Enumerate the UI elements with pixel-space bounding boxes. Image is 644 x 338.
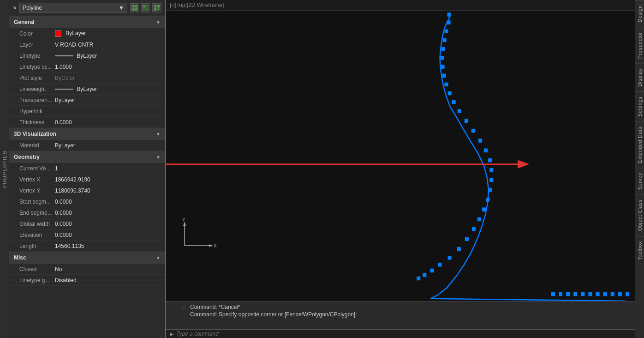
svg-rect-34: [488, 188, 492, 192]
prop-global-width: Global width 0.0000: [9, 218, 165, 229]
svg-rect-51: [588, 292, 592, 296]
svg-rect-31: [488, 158, 492, 163]
cmd-prompt-icon: ▶: [170, 331, 173, 337]
object-type-dropdown[interactable]: Polyline ▼: [19, 3, 127, 13]
cad-drawing: [166, 11, 635, 301]
svg-rect-38: [472, 227, 476, 231]
svg-rect-48: [611, 292, 614, 296]
toggle-icon[interactable]: [130, 3, 139, 12]
visualization-properties: Material ByLayer: [9, 140, 165, 151]
section-geometry[interactable]: Geometry ▼: [9, 151, 165, 163]
svg-rect-44: [423, 273, 426, 277]
svg-rect-32: [489, 168, 493, 172]
svg-rect-43: [430, 269, 434, 273]
svg-rect-30: [484, 149, 488, 153]
chevron-down-icon: ▼: [119, 5, 124, 11]
svg-rect-33: [489, 178, 493, 182]
svg-rect-55: [559, 292, 562, 296]
svg-rect-45: [417, 277, 420, 281]
svg-rect-50: [596, 292, 600, 296]
command-input[interactable]: [176, 331, 631, 337]
svg-rect-23: [445, 83, 448, 87]
properties-vertical-label: PROPERTIES: [0, 0, 9, 338]
tab-extended-data[interactable]: Extended Data: [635, 121, 644, 168]
toolbar-icons: [130, 3, 161, 12]
chevron-icon: ▼: [156, 20, 161, 25]
svg-rect-27: [465, 119, 468, 123]
tab-survey[interactable]: Survey: [635, 168, 644, 194]
refresh-icon[interactable]: [152, 3, 161, 12]
close-icon[interactable]: ×: [13, 4, 17, 12]
prop-closed: Closed No: [9, 264, 165, 275]
svg-rect-25: [452, 100, 456, 104]
svg-rect-22: [442, 73, 446, 78]
svg-rect-28: [471, 129, 475, 133]
svg-rect-54: [566, 292, 570, 296]
tab-design[interactable]: Design: [635, 0, 644, 27]
svg-rect-26: [458, 109, 461, 113]
svg-rect-49: [603, 292, 607, 296]
color-swatch: [55, 30, 61, 37]
svg-rect-0: [132, 5, 134, 7]
prop-lineweight: Lineweight ByLayer: [9, 84, 165, 95]
prop-elevation: Elevation 0.0000: [9, 229, 165, 241]
svg-rect-46: [626, 292, 629, 296]
svg-rect-47: [618, 292, 622, 296]
svg-rect-42: [438, 263, 441, 267]
section-3d-visualization[interactable]: 3D Visualization ▼: [9, 128, 165, 140]
prop-material: Material ByLayer: [9, 140, 165, 151]
cursor-icon[interactable]: [141, 3, 150, 12]
chevron-icon: ▼: [156, 132, 161, 137]
tab-display[interactable]: Display: [635, 63, 644, 91]
panel-scroll-area[interactable]: General ▼ Color ByLayer Layer V-ROAD-CNT…: [9, 16, 165, 338]
prop-linetype-scale: Linetype sc... 1.0000: [9, 61, 165, 72]
section-misc[interactable]: Misc ▼: [9, 252, 165, 264]
command-line-1: ::: Command: *Cancel*: [180, 303, 631, 311]
right-tabs-panel: Design Prospector Display Settings Exten…: [635, 0, 644, 338]
prop-layer: Layer V-ROAD-CNTR: [9, 39, 165, 50]
chevron-icon: ▼: [156, 255, 161, 260]
tab-toolbox[interactable]: Toolbox: [635, 236, 644, 265]
geometry-properties: Current Ve... 1 Vertex X 1866942.9190 Ve…: [9, 163, 165, 252]
line-dash-icon: [55, 55, 73, 56]
command-output: ::: Command: *Cancel* Command: Specify o…: [166, 302, 635, 329]
svg-rect-35: [486, 198, 489, 202]
chevron-icon: ▼: [156, 155, 161, 160]
cmd-dots-icon: :::: [182, 304, 186, 310]
svg-rect-15: [447, 12, 451, 17]
svg-rect-19: [441, 47, 445, 51]
command-input-area: ▶: [166, 329, 635, 338]
prop-length: Length 14560.1135: [9, 241, 165, 252]
tab-settings[interactable]: Settings: [635, 91, 644, 121]
svg-rect-37: [477, 217, 481, 222]
svg-rect-39: [465, 237, 469, 241]
prop-start-seg: Start segm... 0.0000: [9, 196, 165, 207]
svg-rect-9: [157, 5, 160, 7]
prop-transparency: Transparen... ByLayer: [9, 95, 165, 106]
section-general[interactable]: General ▼: [9, 16, 165, 28]
prop-vertex-y: Vertex Y 1180090.3740: [9, 185, 165, 196]
svg-rect-16: [447, 20, 451, 24]
svg-rect-36: [482, 207, 486, 211]
svg-rect-6: [143, 8, 145, 11]
svg-rect-5: [146, 5, 149, 7]
properties-panel: × Polyline ▼: [9, 0, 166, 338]
tab-prospector[interactable]: Prospector: [635, 27, 644, 63]
svg-rect-3: [135, 8, 137, 11]
svg-rect-41: [448, 256, 452, 260]
command-line-2: Command: Specify opposite corner or [Fen…: [180, 311, 631, 318]
prop-linetype: Linetype ByLayer: [9, 50, 165, 61]
panel-toolbar: × Polyline ▼: [9, 0, 165, 16]
svg-rect-1: [135, 5, 137, 7]
viewport-header: [-][Top][2D Wireframe]: [166, 0, 635, 11]
prop-plot-style: Plot style ByColor: [9, 72, 165, 84]
viewport-canvas[interactable]: X Y: [166, 11, 635, 301]
svg-rect-21: [441, 65, 445, 69]
tab-object-class[interactable]: Object Class: [635, 194, 644, 235]
command-area: ::: Command: *Cancel* Command: Specify o…: [166, 301, 635, 338]
svg-rect-52: [581, 292, 584, 296]
svg-rect-7: [146, 8, 149, 11]
svg-rect-14: [166, 11, 635, 301]
svg-rect-8: [154, 5, 156, 7]
svg-rect-17: [445, 30, 448, 34]
